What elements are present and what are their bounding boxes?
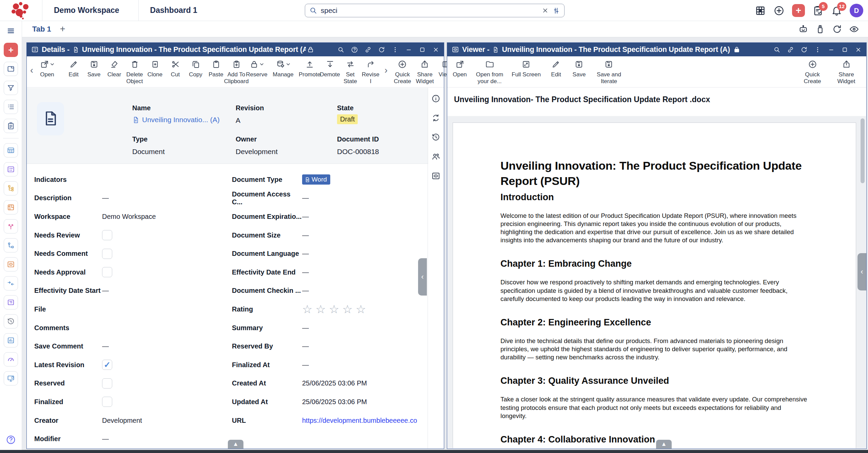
add-tab-button[interactable]: + [60, 24, 65, 34]
eye-icon[interactable] [849, 24, 859, 34]
archive-icon[interactable] [815, 24, 825, 34]
link-icon[interactable] [787, 46, 794, 53]
form-icon[interactable] [4, 162, 18, 176]
refresh-icon[interactable] [378, 46, 385, 53]
save-button[interactable]: Save [86, 60, 102, 78]
open-button[interactable]: Open [39, 60, 55, 78]
search-clear-button[interactable] [541, 7, 549, 14]
manage-button[interactable]: Manage [275, 60, 291, 78]
clone-button[interactable]: Clone [147, 60, 163, 78]
refresh-icon[interactable] [832, 24, 842, 34]
workspace-title[interactable]: Demo Workspace [42, 6, 138, 15]
table-icon[interactable] [4, 143, 18, 157]
converge-arrows-icon[interactable] [4, 276, 18, 290]
name-link[interactable]: Unveiling Innovatio... (A) [132, 116, 220, 124]
minimize-button[interactable] [405, 46, 412, 53]
demote-button[interactable]: Demote [322, 60, 338, 78]
avatar[interactable]: D [850, 4, 863, 17]
share-widget-button[interactable]: Share Widget [832, 60, 861, 84]
scroll-up-button[interactable]: ▲ [656, 440, 672, 449]
list-icon[interactable] [4, 100, 18, 114]
full-screen-button[interactable]: Full Screen [512, 60, 541, 78]
add-icon[interactable]: + [4, 43, 18, 57]
viewer-header[interactable]: Viewer - Unveiling Innovation - The Prod… [447, 43, 866, 56]
scrollbar-thumb[interactable] [861, 118, 865, 183]
delete-object-button[interactable]: Delete Object [127, 60, 142, 84]
kebab-menu-icon[interactable] [392, 46, 399, 53]
history-icon[interactable] [4, 314, 18, 328]
dashboard-title[interactable]: Dashboard 1 [139, 6, 216, 15]
reserve-button[interactable]: Reserve [249, 60, 264, 78]
open-button[interactable]: Open [452, 60, 468, 78]
clipboard-icon[interactable] [4, 119, 18, 133]
copy-button[interactable]: Copy [188, 60, 203, 78]
monitor-sync-icon[interactable] [4, 371, 18, 385]
gauge-icon[interactable] [4, 352, 18, 366]
sync-icon[interactable] [431, 113, 440, 122]
add-red-button[interactable]: + [792, 4, 805, 17]
needs-approval-checkbox[interactable] [102, 267, 112, 277]
help-icon[interactable] [351, 46, 358, 53]
latest-revision-checkbox[interactable] [102, 360, 112, 370]
scroll-up-button[interactable]: ▲ [228, 440, 243, 449]
tasks-clipboard-icon[interactable]: 5 [812, 5, 824, 16]
quick-create-button[interactable]: Quick Create [798, 60, 827, 84]
share-widget-button[interactable]: Share Widget [416, 60, 434, 84]
save-button[interactable]: Save [571, 60, 587, 78]
search-icon[interactable] [337, 46, 344, 53]
maximize-button[interactable] [841, 46, 848, 53]
collapse-panel-handle[interactable]: ‹ [857, 253, 866, 290]
document-viewport[interactable]: Unveiling Innovation: The Product Specif… [448, 116, 866, 448]
open-from-device-button[interactable]: Open from your de... [475, 60, 504, 84]
needs-review-checkbox[interactable] [102, 230, 112, 240]
paste-button[interactable]: Paste [208, 60, 224, 78]
collapse-panel-handle[interactable]: ‹ [418, 258, 427, 296]
filter-icon[interactable] [4, 81, 18, 95]
plus-circle-icon[interactable] [773, 5, 785, 16]
users-icon[interactable] [431, 152, 440, 161]
cut-button[interactable]: Cut [167, 60, 183, 78]
bell-icon[interactable]: 12 [831, 5, 842, 16]
viewer-window-icon[interactable] [4, 257, 18, 271]
revise-button[interactable]: Revise I [363, 60, 378, 84]
document-type-badge[interactable]: Word [302, 174, 330, 185]
add-to-clipboard-button[interactable]: Add To Clipboard [229, 60, 244, 84]
history-icon[interactable] [431, 133, 440, 142]
spreadsheet-icon[interactable] [755, 5, 766, 16]
menu-icon[interactable] [4, 24, 18, 38]
search-input[interactable]: speci [321, 6, 538, 15]
node-link-icon[interactable] [4, 238, 18, 252]
close-button[interactable] [855, 46, 862, 53]
minimize-button[interactable] [828, 46, 835, 53]
edit-button[interactable]: Edit [548, 60, 564, 78]
help-icon[interactable] [4, 433, 18, 447]
search-filters-icon[interactable] [552, 7, 560, 15]
kanban-icon[interactable] [4, 200, 18, 214]
details-header[interactable]: Details - Unveiling Innovation - The Pro… [27, 43, 444, 56]
assistant-robot-icon[interactable] [798, 24, 808, 34]
close-button[interactable] [432, 46, 439, 53]
toolbar-scroll-right[interactable]: › [383, 65, 389, 76]
tree-icon[interactable] [4, 181, 18, 195]
link-icon[interactable] [364, 46, 372, 53]
url-link[interactable]: https://development.bumblebeeeee.co [302, 417, 417, 424]
edit-button[interactable]: Edit [66, 60, 81, 78]
reserved-checkbox[interactable] [102, 378, 112, 389]
viewer-window-icon[interactable] [431, 171, 440, 181]
search-icon[interactable] [773, 46, 781, 53]
needs-comment-checkbox[interactable] [102, 249, 112, 259]
set-state-button[interactable]: Set State [342, 60, 358, 84]
clear-button[interactable]: Clear [106, 60, 122, 78]
rating-stars[interactable]: ☆☆☆☆☆ [302, 303, 366, 315]
toolbar-scroll-left[interactable]: ‹ [29, 65, 35, 76]
app-logo[interactable] [11, 1, 33, 20]
info-icon[interactable] [431, 94, 440, 103]
tab-1[interactable]: Tab 1 [32, 25, 51, 34]
kebab-menu-icon[interactable] [814, 46, 821, 53]
window-icon[interactable] [4, 62, 18, 76]
finalized-checkbox[interactable] [102, 397, 112, 407]
refresh-icon[interactable] [801, 46, 808, 53]
split-icon[interactable] [4, 219, 18, 233]
notes-icon[interactable] [4, 295, 18, 309]
maximize-button[interactable] [419, 46, 426, 53]
